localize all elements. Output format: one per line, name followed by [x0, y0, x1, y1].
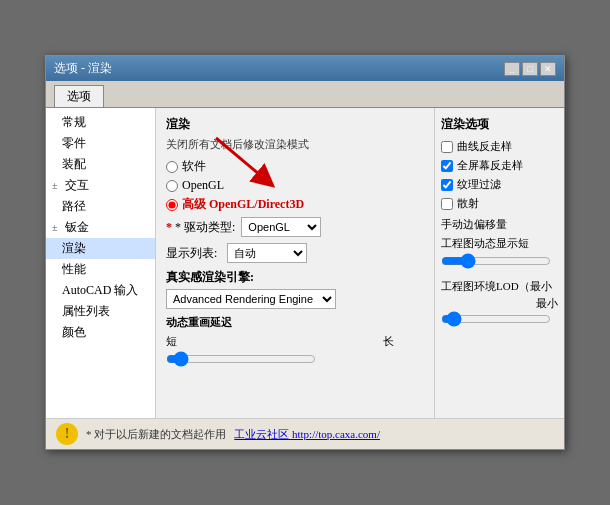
sidebar-item-sheetmetal[interactable]: ± 钣金 — [46, 217, 155, 238]
warning-symbol: ! — [65, 426, 70, 442]
right-panel: 渲染选项 曲线反走样 全屏幕反走样 纹理过滤 散射 手动边偏移量 工程图 — [434, 108, 564, 418]
display-label: 显示列表: — [166, 245, 221, 262]
render-mode-group: 软件 OpenGL 高级 OpenGL/Direct3D — [166, 158, 424, 213]
close-button[interactable]: ✕ — [540, 62, 556, 76]
checkbox-curve-aa[interactable] — [441, 141, 453, 153]
asterisk-icon: * — [166, 220, 175, 234]
checkbox-diffuse-label: 散射 — [457, 196, 479, 211]
sidebar-item-label: 渲染 — [62, 241, 86, 255]
lod-slider[interactable] — [441, 311, 551, 327]
content-area: 渲染 关闭所有文档后修改渲染模式 软件 OpenGL 高级 OpenGL/Dir… — [156, 108, 434, 418]
sidebar-item-part[interactable]: 零件 — [46, 133, 155, 154]
expand-icon: ± — [52, 180, 62, 191]
title-bar-buttons: _ □ ✕ — [504, 62, 556, 76]
footer-text: * 对于以后新建的文档起作用 — [86, 427, 226, 442]
manual-edge-label: 手动边偏移量 — [441, 217, 558, 232]
sidebar-item-autocad[interactable]: AutoCAD 输入 — [46, 280, 155, 301]
sidebar-item-label: 性能 — [62, 262, 86, 276]
radio-advanced[interactable] — [166, 199, 178, 211]
tab-options[interactable]: 选项 — [54, 85, 104, 107]
checkbox-texture-filter-label: 纹理过滤 — [457, 177, 501, 192]
engineering-slider-container — [441, 253, 551, 271]
dialog-title: 选项 - 渲染 — [54, 60, 112, 77]
sidebar-item-property-list[interactable]: 属性列表 — [46, 301, 155, 322]
driver-type-row: * * 驱动类型: OpenGL DirectX — [166, 217, 424, 237]
radio-advanced-row: 高级 OpenGL/Direct3D — [166, 196, 424, 213]
sidebar-item-label: 零件 — [62, 136, 86, 150]
anim-delay-section: 动态重画延迟 短 长 — [166, 315, 424, 371]
anim-delay-labels: 短 长 — [166, 334, 424, 349]
sidebar-item-label: AutoCAD 输入 — [62, 283, 138, 297]
sidebar-item-assembly[interactable]: 装配 — [46, 154, 155, 175]
anim-long-label: 长 — [383, 334, 394, 349]
sidebar-item-color[interactable]: 颜色 — [46, 322, 155, 343]
tab-bar: 选项 — [46, 81, 564, 108]
checkbox-texture-filter[interactable] — [441, 179, 453, 191]
radio-opengl[interactable] — [166, 180, 178, 192]
anim-delay-slider-container — [166, 351, 316, 371]
lod-label: 工程图环境LOD（最小 — [441, 279, 558, 294]
manual-edge-text: 手动边偏移量 — [441, 218, 507, 230]
engineering-label: 工程图动态显示短 — [441, 236, 558, 251]
true-render-row: Advanced Rendering Engine Basic Renderin… — [166, 289, 424, 309]
warning-icon: ! — [56, 423, 78, 445]
expand-icon: ± — [52, 222, 62, 233]
checkbox-fullscreen-aa-label: 全屏幕反走样 — [457, 158, 523, 173]
display-list-select[interactable]: 自动 开 关 — [227, 243, 307, 263]
sidebar-item-performance[interactable]: 性能 — [46, 259, 155, 280]
driver-label: * * 驱动类型: — [166, 219, 235, 236]
sub-title: 关闭所有文档后修改渲染模式 — [166, 137, 424, 152]
true-render-section-label: 真实感渲染引擎: — [166, 269, 424, 286]
sidebar-item-label: 常规 — [62, 115, 86, 129]
anim-delay-slider[interactable] — [166, 351, 316, 367]
radio-software-row: 软件 — [166, 158, 424, 175]
title-bar: 选项 - 渲染 _ □ ✕ — [46, 56, 564, 81]
sidebar-item-render[interactable]: 渲染 — [46, 238, 155, 259]
checkbox-diffuse-row: 散射 — [441, 196, 558, 211]
checkbox-curve-aa-row: 曲线反走样 — [441, 139, 558, 154]
lod-min-label: 最小 — [441, 296, 558, 311]
dialog-window: 选项 - 渲染 _ □ ✕ 选项 常规 零件 装配 ± 交互 — [45, 55, 565, 450]
radio-software-label: 软件 — [182, 158, 206, 175]
footer-link[interactable]: 工业云社区 http://top.caxa.com/ — [234, 427, 380, 442]
display-list-row: 显示列表: 自动 开 关 — [166, 243, 424, 263]
anim-short-label: 短 — [166, 334, 177, 349]
checkbox-fullscreen-aa-row: 全屏幕反走样 — [441, 158, 558, 173]
true-render-select[interactable]: Advanced Rendering Engine Basic Renderin… — [166, 289, 336, 309]
lod-slider-container — [441, 311, 551, 329]
anim-delay-label: 动态重画延迟 — [166, 315, 424, 330]
checkbox-texture-filter-row: 纹理过滤 — [441, 177, 558, 192]
dialog-body: 常规 零件 装配 ± 交互 路径 ± 钣金 渲染 性能 — [46, 108, 564, 418]
checkbox-diffuse[interactable] — [441, 198, 453, 210]
sidebar-item-label: 钣金 — [65, 220, 89, 234]
sidebar-item-label: 属性列表 — [62, 304, 110, 318]
sidebar: 常规 零件 装配 ± 交互 路径 ± 钣金 渲染 性能 — [46, 108, 156, 418]
checkbox-curve-aa-label: 曲线反走样 — [457, 139, 512, 154]
engineering-slider[interactable] — [441, 253, 551, 269]
sidebar-item-path[interactable]: 路径 — [46, 196, 155, 217]
radio-advanced-label: 高级 OpenGL/Direct3D — [182, 196, 304, 213]
sidebar-item-label: 路径 — [62, 199, 86, 213]
sidebar-item-label: 装配 — [62, 157, 86, 171]
right-panel-title: 渲染选项 — [441, 116, 558, 133]
sidebar-item-label: 交互 — [65, 178, 89, 192]
section-title: 渲染 — [166, 116, 424, 133]
driver-type-select[interactable]: OpenGL DirectX — [241, 217, 321, 237]
checkbox-fullscreen-aa[interactable] — [441, 160, 453, 172]
maximize-button[interactable]: □ — [522, 62, 538, 76]
dialog-footer: ! * 对于以后新建的文档起作用 工业云社区 http://top.caxa.c… — [46, 418, 564, 449]
driver-label-text: * 驱动类型: — [175, 220, 235, 234]
sidebar-item-general[interactable]: 常规 — [46, 112, 155, 133]
radio-opengl-row: OpenGL — [166, 178, 424, 193]
sidebar-item-label: 颜色 — [62, 325, 86, 339]
sidebar-item-interaction[interactable]: ± 交互 — [46, 175, 155, 196]
engineering-slider-section: 工程图动态显示短 — [441, 236, 558, 271]
radio-opengl-label: OpenGL — [182, 178, 224, 193]
minimize-button[interactable]: _ — [504, 62, 520, 76]
radio-software[interactable] — [166, 161, 178, 173]
